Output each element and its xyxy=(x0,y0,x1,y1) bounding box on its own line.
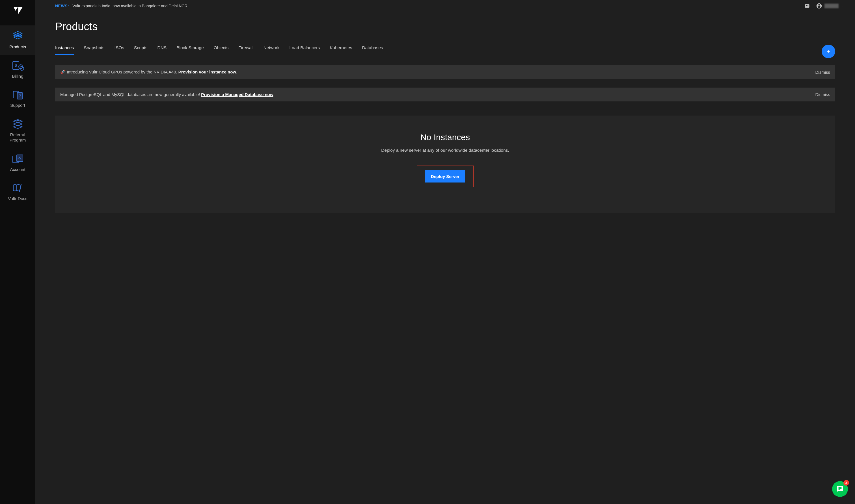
tab-isos[interactable]: ISOs xyxy=(115,41,124,55)
plus-icon xyxy=(826,49,831,54)
deploy-highlight-frame: Deploy Server xyxy=(417,165,474,187)
sidebar-item-account[interactable]: Account xyxy=(0,148,35,177)
referral-icon xyxy=(11,119,25,130)
user-avatar-icon xyxy=(816,3,822,9)
sidebar-item-docs[interactable]: Vultr Docs xyxy=(0,177,35,206)
billing-icon: $ xyxy=(11,60,25,71)
sidebar-item-support[interactable]: ? Support xyxy=(0,84,35,113)
page-title: Products xyxy=(55,21,835,33)
stack-icon xyxy=(11,31,25,42)
deploy-fab-button[interactable] xyxy=(822,44,835,58)
svg-text:?: ? xyxy=(19,94,21,98)
news-text: Vultr expands in India, now available in… xyxy=(72,4,188,8)
tab-firewall[interactable]: Firewall xyxy=(238,41,253,55)
svg-marker-1 xyxy=(18,7,23,15)
svg-rect-18 xyxy=(17,155,23,162)
chat-badge: 3 xyxy=(843,480,849,486)
product-tabs: Instances Snapshots ISOs Scripts DNS Blo… xyxy=(55,41,383,55)
tab-block-storage[interactable]: Block Storage xyxy=(176,41,204,55)
notice-prefix: Managed PostgreSQL and MySQL databases a… xyxy=(60,92,201,97)
notice-suffix: . xyxy=(273,92,274,97)
tab-objects[interactable]: Objects xyxy=(214,41,229,55)
tab-snapshots[interactable]: Snapshots xyxy=(84,41,104,55)
user-name-redacted xyxy=(824,4,839,8)
chat-icon xyxy=(836,485,844,493)
chat-button[interactable]: 3 xyxy=(832,481,848,497)
notice-prefix: 🚀 Introducing Vultr Cloud GPUs powered b… xyxy=(60,70,178,74)
sidebar-item-billing[interactable]: $ Billing xyxy=(0,55,35,84)
user-menu[interactable] xyxy=(816,3,844,9)
notice-link[interactable]: Provision your instance now xyxy=(178,70,236,74)
chevron-down-icon xyxy=(841,4,844,7)
sidebar-item-products[interactable]: Products xyxy=(0,25,35,55)
support-icon: ? xyxy=(11,89,25,100)
tab-load-balancers[interactable]: Load Balancers xyxy=(290,41,320,55)
mail-icon[interactable] xyxy=(804,3,810,8)
notice-gpu: 🚀 Introducing Vultr Cloud GPUs powered b… xyxy=(55,65,835,79)
notice-database: Managed PostgreSQL and MySQL databases a… xyxy=(55,88,835,102)
news-banner[interactable]: NEWS: Vultr expands in India, now availa… xyxy=(55,4,188,8)
sidebar-item-label: Vultr Docs xyxy=(8,196,28,201)
tab-instances[interactable]: Instances xyxy=(55,41,74,55)
sidebar-item-label: Support xyxy=(10,103,25,108)
notice-link[interactable]: Provision a Managed Database now xyxy=(201,92,273,97)
sidebar-item-label: Products xyxy=(9,44,26,50)
docs-icon xyxy=(11,182,25,194)
topbar: NEWS: Vultr expands in India, now availa… xyxy=(35,0,855,12)
tab-scripts[interactable]: Scripts xyxy=(134,41,147,55)
sidebar-item-label: Billing xyxy=(12,73,23,79)
sidebar-item-label: Account xyxy=(10,167,25,172)
empty-state: No Instances Deploy a new server at any … xyxy=(55,115,835,213)
notice-suffix: . xyxy=(236,70,237,74)
tab-databases[interactable]: Databases xyxy=(362,41,383,55)
sidebar-item-referral[interactable]: Referral Program xyxy=(0,113,35,148)
svg-text:$: $ xyxy=(15,63,17,68)
sidebar: Products $ Billing ? Support xyxy=(0,0,35,504)
tab-kubernetes[interactable]: Kubernetes xyxy=(330,41,352,55)
deploy-server-button[interactable]: Deploy Server xyxy=(425,170,465,182)
empty-state-title: No Instances xyxy=(55,132,835,142)
vultr-logo-icon xyxy=(12,6,23,17)
svg-marker-0 xyxy=(14,7,18,11)
tab-network[interactable]: Network xyxy=(263,41,280,55)
main-content: NEWS: Vultr expands in India, now availa… xyxy=(35,0,855,504)
dismiss-button[interactable]: Dismiss xyxy=(816,92,831,97)
sidebar-item-label: Referral Program xyxy=(2,132,33,143)
tab-dns[interactable]: DNS xyxy=(157,41,167,55)
news-label: NEWS: xyxy=(55,4,69,8)
dismiss-button[interactable]: Dismiss xyxy=(816,70,831,75)
account-icon xyxy=(11,153,25,164)
empty-state-subtitle: Deploy a new server at any of our worldw… xyxy=(55,148,835,153)
